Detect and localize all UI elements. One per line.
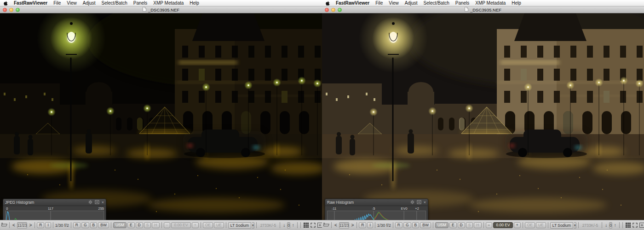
rating-down-button[interactable]: ↓ — [604, 223, 608, 228]
close-window-button[interactable] — [3, 8, 7, 12]
histogram-settings-icon[interactable] — [88, 200, 92, 205]
channel-green-button[interactable]: G — [403, 222, 411, 228]
detail-tool-button[interactable]: D — [458, 222, 465, 228]
white-balance-dropdown-icon[interactable]: ▾ — [574, 222, 576, 229]
menu-adjust[interactable]: Adjust — [405, 0, 418, 6]
ev-plus-button[interactable]: + — [514, 222, 521, 228]
histogram-dock-icon[interactable] — [95, 200, 99, 205]
menu-xmp-metadata[interactable]: XMP Metadata — [153, 0, 184, 6]
apple-menu-icon[interactable] — [3, 0, 8, 6]
detail-tool-button[interactable]: D — [136, 222, 143, 228]
zoom-window-button[interactable] — [338, 8, 342, 12]
menu-adjust[interactable]: Adjust — [83, 0, 96, 6]
title-bar[interactable]: _DSC3935.NEF — [322, 6, 644, 13]
underexposure-button[interactable]: UE — [214, 222, 224, 228]
menu-view[interactable]: View — [67, 0, 77, 6]
divider — [226, 222, 226, 228]
louvre-night-photo-raw — [322, 13, 644, 220]
usm-button[interactable]: USM — [435, 222, 448, 228]
grid-view-icon[interactable] — [626, 223, 631, 228]
menu-panels[interactable]: Panels — [455, 0, 470, 6]
shadow-tool-button[interactable]: S — [466, 222, 473, 228]
divider — [622, 222, 623, 228]
divider — [201, 222, 201, 228]
photo-canvas-raw[interactable]: Raw Histogram × -11-5EV0+2 — [322, 13, 644, 220]
menu-file[interactable]: File — [375, 0, 383, 6]
divider — [9, 222, 10, 228]
channel-green-button[interactable]: G — [81, 222, 89, 228]
rating-down-button[interactable]: ↓ — [282, 223, 286, 228]
overexposure-button[interactable]: OE — [525, 222, 535, 228]
rating-up-button[interactable]: ↑ — [613, 223, 617, 228]
histogram-dock-icon[interactable] — [417, 200, 421, 205]
menu-panels[interactable]: Panels — [133, 0, 148, 6]
axis-tick-label: +2 — [415, 206, 419, 211]
menu-app-name[interactable]: FastRawViewer — [14, 0, 47, 6]
menu-help[interactable]: Help — [190, 0, 199, 6]
jpeg-histogram-panel: JPEG Histogram × 0117255 — [3, 199, 106, 220]
exposure-tool-button[interactable]: E — [127, 222, 135, 228]
grid-view-icon[interactable] — [304, 223, 309, 228]
menu-help[interactable]: Help — [512, 0, 521, 6]
histogram-close-icon[interactable]: × — [102, 201, 104, 205]
overexposure-button[interactable]: OE — [203, 222, 213, 228]
zoom-window-button[interactable] — [16, 8, 20, 12]
channel-bw-button[interactable]: BW — [420, 222, 431, 228]
folder-icon[interactable] — [1, 223, 7, 228]
menu-xmp-metadata[interactable]: XMP Metadata — [475, 0, 506, 6]
divider — [71, 222, 71, 228]
fullscreen-icon[interactable] — [310, 223, 316, 228]
raw-jpeg-toggle-button[interactable]: R — [359, 222, 366, 228]
title-bar[interactable]: _DSC3935.NEF — [0, 6, 322, 13]
menu-select-batch[interactable]: Select/Batch — [102, 0, 127, 6]
channel-bw-button[interactable]: BW — [98, 222, 109, 228]
histogram-close-icon[interactable]: × — [424, 201, 426, 205]
rating-up-button[interactable]: ↑ — [291, 223, 295, 228]
histogram-title: JPEG Histogram — [5, 200, 86, 205]
ev-minus-button[interactable]: − — [486, 222, 493, 228]
minimize-window-button[interactable] — [9, 8, 13, 12]
underexposure-button[interactable]: UE — [536, 222, 546, 228]
ev-minus-button[interactable]: − — [164, 222, 171, 228]
menu-view[interactable]: View — [389, 0, 399, 6]
fullscreen-icon[interactable] — [632, 223, 638, 228]
channel-blue-button[interactable]: B — [90, 222, 98, 228]
histogram-axis-labels: 0117255 — [5, 206, 104, 211]
white-balance-select[interactable]: LT Sodium — [228, 222, 251, 229]
zoom-in-icon[interactable] — [639, 223, 644, 228]
channel-blue-button[interactable]: B — [412, 222, 420, 228]
white-balance-readout: 2733K/-5 — [259, 223, 278, 228]
white-balance-select[interactable]: LT Sodium — [550, 222, 573, 229]
raw-jpeg-toggle-button[interactable]: R — [37, 222, 44, 228]
folder-icon[interactable] — [323, 223, 329, 228]
next-file-button[interactable]: > — [28, 223, 33, 228]
minimize-window-button[interactable] — [331, 8, 335, 12]
info-toggle-button[interactable]: I — [367, 222, 373, 228]
highlight-tool-button[interactable]: H — [152, 222, 159, 228]
highlight-tool-button[interactable]: H — [474, 222, 481, 228]
histogram-header[interactable]: JPEG Histogram × — [3, 199, 106, 206]
window-title: _DSC3935.NEF — [0, 7, 322, 12]
axis-tick-label: -11 — [332, 206, 336, 211]
menu-select-batch[interactable]: Select/Batch — [424, 0, 449, 6]
apple-menu-icon[interactable] — [325, 0, 330, 6]
ev-plus-button[interactable]: + — [192, 222, 199, 228]
next-file-button[interactable]: > — [350, 223, 355, 228]
menu-bar: FastRawViewer File View Adjust Select/Ba… — [0, 0, 322, 6]
histogram-header[interactable]: Raw Histogram × — [325, 199, 428, 206]
axis-tick-label: 255 — [98, 206, 104, 211]
prev-file-button[interactable]: < — [12, 223, 16, 228]
photo-canvas-jpeg[interactable]: JPEG Histogram × 0117255 — [0, 13, 322, 220]
white-balance-dropdown-icon[interactable]: ▾ — [252, 222, 254, 229]
exposure-tool-button[interactable]: E — [449, 222, 457, 228]
menu-app-name[interactable]: FastRawViewer — [336, 0, 369, 6]
channel-red-button[interactable]: R — [73, 222, 80, 228]
histogram-settings-icon[interactable] — [410, 200, 414, 205]
menu-file[interactable]: File — [53, 0, 61, 6]
prev-file-button[interactable]: < — [334, 223, 338, 228]
usm-button[interactable]: USM — [113, 222, 126, 228]
shadow-tool-button[interactable]: S — [144, 222, 151, 228]
info-toggle-button[interactable]: I — [45, 222, 51, 228]
channel-red-button[interactable]: R — [395, 222, 402, 228]
close-window-button[interactable] — [325, 8, 329, 12]
